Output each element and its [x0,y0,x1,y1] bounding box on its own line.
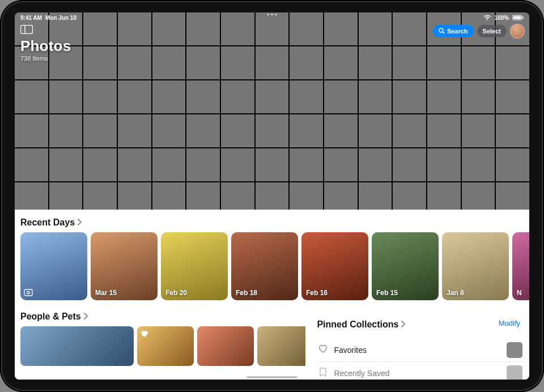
photo-thumbnail[interactable] [427,148,461,181]
photo-thumbnail[interactable] [221,80,254,113]
photo-thumbnail[interactable] [186,80,220,113]
photo-thumbnail[interactable] [462,80,495,113]
photo-thumbnail[interactable] [15,80,48,113]
photo-thumbnail[interactable] [496,46,529,79]
people-card[interactable] [20,326,134,366]
photo-thumbnail[interactable] [359,148,392,181]
day-card-label: Jan 8 [447,289,464,297]
photo-thumbnail[interactable] [462,114,495,147]
photo-thumbnail[interactable] [221,148,254,181]
search-label: Search [447,28,468,35]
pet-card[interactable] [257,326,305,366]
photo-thumbnail[interactable] [393,148,426,181]
recent-day-card[interactable]: Jan 8 [442,232,509,300]
modify-button[interactable]: Modify [499,319,524,327]
recent-day-card[interactable]: Mar 15 [91,232,158,300]
shared-library-icon [24,288,33,297]
recent-day-card[interactable]: Feb 16 [301,232,368,300]
photo-thumbnail[interactable] [152,148,186,181]
photo-thumbnail[interactable] [152,46,186,79]
select-label: Select [483,28,501,35]
chevron-right-icon [401,319,405,330]
photo-thumbnail[interactable] [186,148,220,181]
photo-thumbnail[interactable] [256,46,289,79]
recent-day-card[interactable] [20,232,87,300]
recent-days-row[interactable]: Mar 15Feb 20Feb 18Feb 16Feb 15Jan 8N [15,232,529,300]
photo-thumbnail[interactable] [152,114,186,147]
photo-thumbnail[interactable] [393,114,426,147]
status-time: 9:41 AM [20,15,42,21]
recent-day-card[interactable]: Feb 20 [161,232,228,300]
photo-thumbnail[interactable] [427,46,461,79]
photo-thumbnail[interactable] [427,80,461,113]
battery-percent: 100% [494,15,509,21]
people-pets-row[interactable] [20,326,305,366]
recent-day-card[interactable]: N [512,232,529,300]
photo-thumbnail[interactable] [496,148,529,181]
photo-thumbnail[interactable] [324,114,358,147]
photo-thumbnail[interactable] [152,80,186,113]
photo-thumbnail[interactable] [118,114,151,147]
photo-thumbnail[interactable] [15,148,48,181]
search-button[interactable]: Search [433,25,474,37]
pinned-title: Pinned Collections [317,319,398,330]
photo-thumbnail[interactable] [324,80,358,113]
photo-grid[interactable] [15,12,529,210]
photo-thumbnail[interactable] [324,148,358,181]
photo-thumbnail[interactable] [290,46,323,79]
photo-thumbnail[interactable] [83,80,117,113]
photo-thumbnail[interactable] [118,46,151,79]
photo-thumbnail[interactable] [462,148,495,181]
photo-thumbnail[interactable] [393,80,426,113]
page-title: Photos [20,37,71,55]
profile-avatar[interactable] [510,24,525,39]
photo-thumbnail[interactable] [83,148,117,181]
photo-thumbnail[interactable] [256,114,289,147]
photo-thumbnail[interactable] [186,46,220,79]
photo-thumbnail[interactable] [427,114,461,147]
photo-thumbnail[interactable] [221,114,254,147]
day-card-label: Feb 16 [306,289,328,297]
photo-thumbnail[interactable] [393,46,426,79]
pinned-thumbnail [507,342,522,358]
photo-thumbnail[interactable] [496,80,529,113]
status-date: Mon Jun 10 [45,15,76,21]
recent-day-card[interactable]: Feb 15 [372,232,439,300]
people-pets-header[interactable]: People & Pets [20,304,305,326]
pinned-row-recently-saved[interactable]: Recently Saved [317,362,524,380]
photo-thumbnail[interactable] [359,80,392,113]
svg-rect-7 [24,289,32,296]
photo-thumbnail[interactable] [290,148,323,181]
photo-thumbnail[interactable] [15,114,48,147]
photo-thumbnail[interactable] [83,114,117,147]
multitask-dots-icon[interactable] [267,14,277,15]
svg-rect-3 [21,25,33,34]
photo-thumbnail[interactable] [290,80,323,113]
pinned-collections-header[interactable]: Pinned Collections [317,312,405,334]
photo-thumbnail[interactable] [256,80,289,113]
photo-thumbnail[interactable] [359,46,392,79]
photo-thumbnail[interactable] [496,114,529,147]
pinned-row-favorites[interactable]: Favorites [317,339,524,362]
photo-thumbnail[interactable] [49,80,83,113]
top-controls: Search Select [433,24,525,39]
photo-thumbnail[interactable] [324,46,358,79]
photo-thumbnail[interactable] [186,114,220,147]
photo-thumbnail[interactable] [290,114,323,147]
heart-icon [141,330,148,340]
people-card[interactable] [197,326,254,366]
photo-thumbnail[interactable] [462,46,495,79]
recent-day-card[interactable]: Feb 18 [231,232,298,300]
photo-thumbnail[interactable] [49,148,83,181]
photo-thumbnail[interactable] [256,148,289,181]
select-button[interactable]: Select [477,25,507,37]
sidebar-toggle-button[interactable] [20,25,33,35]
photo-thumbnail[interactable] [359,114,392,147]
photo-thumbnail[interactable] [118,80,151,113]
photo-thumbnail[interactable] [83,46,117,79]
photo-thumbnail[interactable] [118,148,151,181]
people-card[interactable] [137,326,194,366]
photo-thumbnail[interactable] [49,114,83,147]
photo-thumbnail[interactable] [221,46,254,79]
recent-days-header[interactable]: Recent Days [15,210,529,232]
